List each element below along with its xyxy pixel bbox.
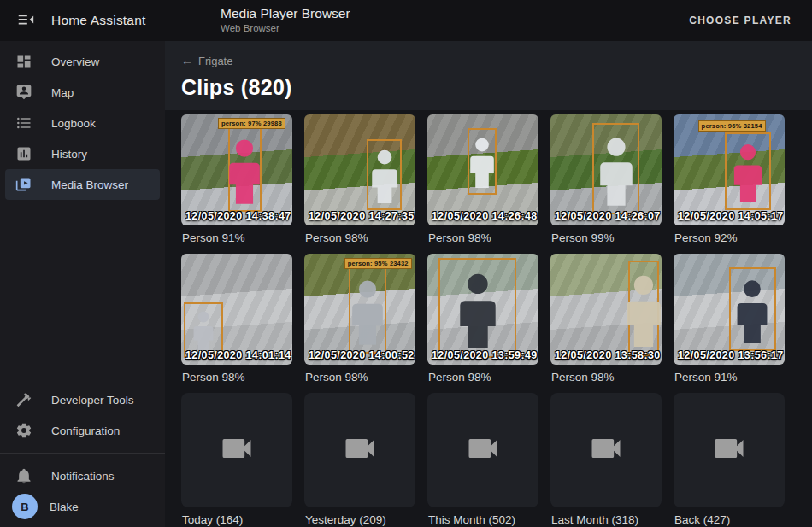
- detection-box: [349, 267, 386, 354]
- detection-box: [468, 128, 497, 195]
- clip-thumbnail[interactable]: 12/05/2020 14:27:35: [304, 114, 415, 225]
- menu-open-icon: [16, 10, 35, 32]
- web-browser-subtitle: Web Browser: [221, 23, 350, 34]
- choose-player-button[interactable]: CHOOSE PLAYER: [684, 8, 797, 33]
- folder-card[interactable]: [427, 393, 538, 507]
- clip-caption: Person 99%: [551, 231, 662, 244]
- detection-label: person: 97% 29988: [218, 118, 285, 129]
- clip-thumbnail[interactable]: 12/05/2020 13:58:30: [550, 254, 662, 365]
- clip-timestamp: 12/05/2020 14:01:14: [185, 349, 291, 361]
- page-title: Clips (820): [181, 75, 812, 100]
- video-icon: [587, 430, 625, 471]
- sidebar-item-label: Configuration: [51, 425, 120, 437]
- clip-thumbnail[interactable]: person: 95% 2343212/05/2020 14:00:52: [304, 254, 415, 365]
- clip-timestamp: 12/05/2020 14:00:52: [309, 349, 415, 361]
- clip-timestamp: 12/05/2020 14:26:48: [432, 210, 538, 222]
- clip-item[interactable]: 12/05/2020 14:01:14Person 98%: [181, 254, 292, 385]
- breadcrumb-back-frigate[interactable]: ← Frigate: [181, 55, 232, 67]
- bell-icon: [15, 467, 32, 484]
- sidebar-item-label: Media Browser: [51, 179, 128, 191]
- clip-thumbnail[interactable]: 12/05/2020 13:56:17: [674, 254, 785, 365]
- sidebar-item-configuration[interactable]: Configuration: [5, 415, 160, 446]
- detection-box: [228, 126, 262, 212]
- breadcrumb-label: Frigate: [198, 55, 232, 67]
- clip-item[interactable]: person: 97% 2998812/05/2020 14:38:47Pers…: [181, 114, 292, 246]
- top-app-bar: Home Assistant Media Player Browser Web …: [0, 0, 812, 41]
- detection-box: [628, 261, 659, 356]
- folder-item-today-164[interactable]: Today (164): [181, 393, 292, 526]
- sidebar-item-developer-tools[interactable]: Developer Tools: [5, 384, 160, 415]
- detection-box: [438, 258, 516, 358]
- clip-caption: Person 91%: [674, 371, 785, 384]
- clip-thumbnail[interactable]: 12/05/2020 14:26:48: [427, 114, 538, 225]
- clip-item[interactable]: 12/05/2020 13:59:49Person 98%: [427, 254, 538, 385]
- clip-thumbnail[interactable]: person: 97% 2998812/05/2020 14:38:47: [181, 114, 292, 225]
- clip-item[interactable]: person: 95% 2343212/05/2020 14:00:52Pers…: [304, 254, 415, 385]
- clip-timestamp: 12/05/2020 14:27:35: [309, 210, 415, 222]
- sidebar-item-map[interactable]: Map: [5, 77, 160, 108]
- history-icon: [15, 145, 32, 162]
- app-title: Home Assistant: [51, 13, 145, 28]
- folder-item-back-427[interactable]: Back (427): [674, 393, 785, 526]
- folder-item-yesterday-209[interactable]: Yesterday (209): [304, 393, 415, 526]
- video-icon: [218, 430, 256, 471]
- folder-card[interactable]: [304, 393, 415, 507]
- sidebar-item-media-browser[interactable]: Media Browser: [5, 169, 160, 200]
- sidebar-item-label: Logbook: [51, 117, 96, 130]
- folder-item-this-month-502[interactable]: This Month (502): [427, 393, 538, 526]
- media-player-toolbar: Media Player Browser Web Browser CHOOSE …: [165, 0, 812, 41]
- clip-item[interactable]: 12/05/2020 14:26:48Person 98%: [427, 114, 538, 246]
- folder-card[interactable]: [550, 393, 662, 507]
- clip-caption: Person 98%: [551, 371, 662, 384]
- sidebar-item-user-profile[interactable]: BBlake: [5, 491, 160, 522]
- clip-thumbnail[interactable]: 12/05/2020 14:26:07: [550, 114, 662, 225]
- sidebar-item-overview[interactable]: Overview: [5, 46, 160, 77]
- sidebar: OverviewMapLogbookHistoryMedia BrowserDe…: [0, 41, 165, 527]
- clip-item[interactable]: 12/05/2020 14:27:35Person 98%: [304, 114, 415, 246]
- logbook-icon: [15, 114, 32, 132]
- folder-label: Back (427): [674, 513, 785, 526]
- folder-label: Today (164): [182, 513, 292, 526]
- clip-item[interactable]: 12/05/2020 14:26:07Person 99%: [550, 114, 662, 246]
- sidebar-item-logbook[interactable]: Logbook: [5, 108, 160, 138]
- video-icon: [710, 430, 748, 471]
- folder-item-last-month-318[interactable]: Last Month (318): [550, 393, 662, 526]
- configuration-icon: [15, 422, 32, 439]
- detection-box: [367, 139, 403, 210]
- clips-grid: person: 97% 2998812/05/2020 14:38:47Pers…: [181, 114, 812, 526]
- detection-box: [725, 132, 772, 210]
- sidebar-divider: [0, 453, 165, 454]
- video-icon: [341, 430, 379, 471]
- media-browser-icon: [15, 176, 32, 193]
- sidebar-toggle-button[interactable]: [12, 7, 39, 34]
- clip-timestamp: 12/05/2020 13:56:17: [678, 349, 784, 361]
- clip-timestamp: 12/05/2020 14:05:17: [678, 210, 784, 222]
- sidebar-item-history[interactable]: History: [5, 138, 160, 169]
- clips-grid-area: person: 97% 2998812/05/2020 14:38:47Pers…: [165, 110, 812, 527]
- home-assistant-app: Home Assistant Media Player Browser Web …: [0, 0, 812, 527]
- map-icon: [15, 84, 32, 101]
- avatar: B: [12, 494, 38, 519]
- clip-item[interactable]: 12/05/2020 13:58:30Person 98%: [550, 254, 662, 385]
- overview-icon: [15, 53, 32, 70]
- clip-thumbnail[interactable]: person: 96% 3215412/05/2020 14:05:17: [674, 114, 785, 225]
- clip-caption: Person 91%: [182, 231, 292, 244]
- clip-caption: Person 92%: [674, 231, 785, 244]
- folder-card[interactable]: [181, 393, 292, 507]
- sidebar-item-label: Map: [51, 86, 74, 99]
- clip-caption: Person 98%: [305, 231, 415, 244]
- clip-thumbnail[interactable]: 12/05/2020 14:01:14: [181, 254, 292, 365]
- clip-item[interactable]: 12/05/2020 13:56:17Person 91%: [674, 254, 785, 385]
- sidebar-item-notifications[interactable]: Notifications: [5, 460, 160, 491]
- folder-card[interactable]: [674, 393, 785, 507]
- user-name: Blake: [50, 501, 79, 513]
- sidebar-item-label: Notifications: [51, 470, 115, 483]
- clip-item[interactable]: person: 96% 3215412/05/2020 14:05:17Pers…: [674, 114, 785, 246]
- detection-box: [729, 267, 776, 352]
- clip-timestamp: 12/05/2020 14:26:07: [555, 210, 661, 222]
- main-content: ← Frigate Clips (820) person: 97% 299881…: [165, 41, 812, 527]
- clip-thumbnail[interactable]: 12/05/2020 13:59:49: [427, 254, 538, 365]
- clip-timestamp: 12/05/2020 14:38:47: [185, 210, 291, 222]
- developer-tools-icon: [15, 391, 32, 408]
- sidebar-header: Home Assistant: [0, 0, 165, 41]
